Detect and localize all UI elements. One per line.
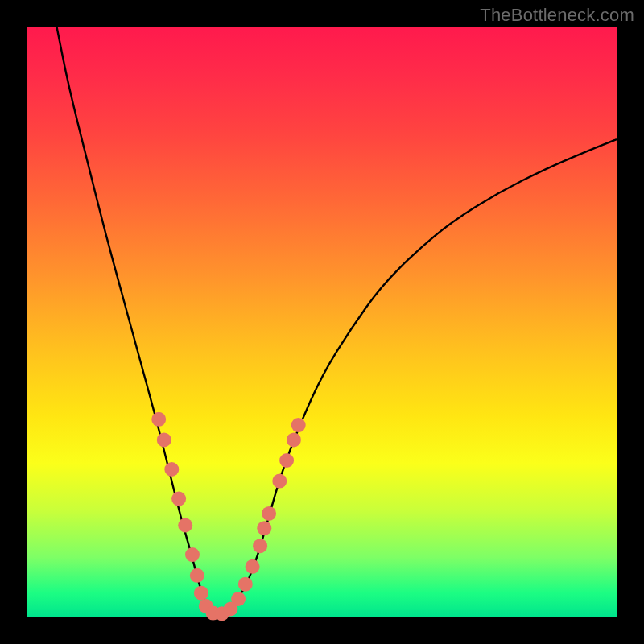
- curve-marker: [262, 506, 276, 521]
- curve-marker: [287, 432, 301, 447]
- curve-marker: [157, 432, 171, 447]
- watermark-text: TheBottleneck.com: [480, 5, 634, 26]
- curve-marker: [231, 592, 246, 606]
- curve-marker: [246, 559, 260, 574]
- curve-marker: [164, 462, 179, 477]
- curve-marker: [190, 568, 204, 583]
- curve-marker: [178, 518, 192, 533]
- curve-marker: [272, 474, 287, 489]
- curve-marker: [257, 521, 271, 535]
- chart-svg: [27, 27, 617, 617]
- curve-marker: [185, 547, 200, 562]
- curve-marker: [151, 412, 166, 427]
- curve-marker: [279, 453, 294, 468]
- chart-plot-area: [27, 27, 617, 617]
- curve-marker: [253, 539, 267, 553]
- curve-markers: [151, 412, 306, 621]
- curve-marker: [291, 418, 306, 432]
- curve-marker: [194, 586, 208, 601]
- bottleneck-curve: [57, 27, 617, 616]
- curve-marker: [171, 492, 186, 506]
- curve-marker: [238, 577, 253, 592]
- chart-frame: TheBottleneck.com: [0, 0, 644, 644]
